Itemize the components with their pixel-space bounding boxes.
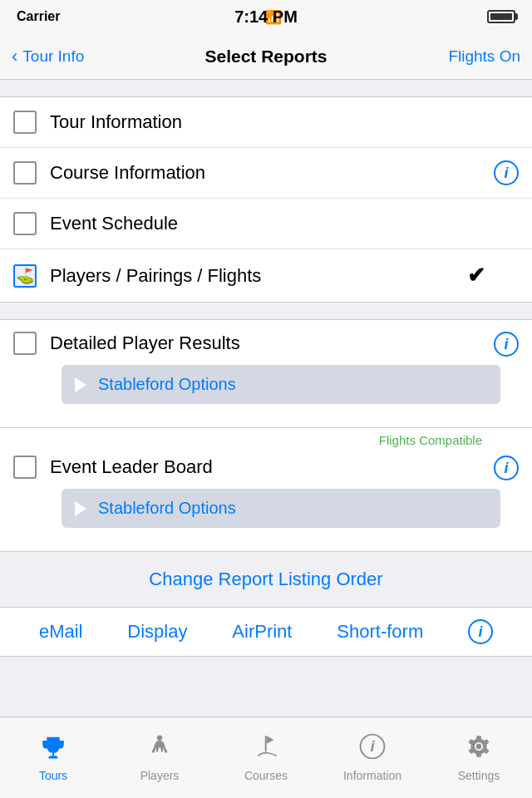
change-order-button[interactable]: Change Report Listing Order — [149, 569, 382, 589]
status-time: 7:14 PM — [234, 7, 298, 27]
airprint-button[interactable]: AirPrint — [232, 621, 292, 643]
svg-point-8 — [476, 744, 481, 749]
tour-information-label: Tour Information — [50, 111, 519, 133]
flights-on-button[interactable]: Flights On — [448, 47, 520, 66]
svg-text:i: i — [370, 737, 375, 755]
svg-marker-3 — [267, 736, 274, 744]
check-mark-icon: ✔ — [467, 263, 485, 288]
leaderboard-stableford-label: Stableford Options — [98, 499, 236, 518]
event-schedule-checkbox[interactable] — [13, 212, 37, 235]
event-schedule-label: Event Schedule — [50, 213, 519, 234]
status-right — [487, 10, 515, 23]
change-order-section: Change Report Listing Order — [0, 552, 532, 607]
settings-gear-icon — [466, 733, 492, 766]
tour-information-checkbox[interactable] — [13, 111, 37, 134]
players-pairings-row[interactable]: ⛳ Players / Pairings / Flights ✔ — [0, 249, 532, 302]
status-bar: Carrier 📶 7:14 PM — [0, 0, 532, 33]
detailed-results-checkbox[interactable] — [13, 332, 37, 355]
reports-section-1: Tour Information Course Information i Ev… — [0, 96, 532, 303]
tab-players[interactable]: Players — [106, 717, 213, 798]
detailed-results-label: Detailed Player Results — [50, 332, 519, 354]
tab-settings[interactable]: Settings — [426, 717, 532, 798]
leaderboard-stableford-button[interactable]: Stableford Options — [62, 489, 500, 528]
battery-icon — [487, 10, 515, 23]
tab-tours-label: Tours — [39, 769, 67, 782]
detailed-stableford-label: Stableford Options — [98, 375, 236, 394]
back-button[interactable]: ‹ Tour Info — [12, 46, 84, 67]
stableford-arrow-icon — [75, 377, 86, 392]
flights-compatible-label: Flights Compatible — [0, 428, 532, 449]
players-icon — [146, 733, 173, 766]
detailed-results-info-button[interactable]: i — [494, 332, 519, 357]
tab-players-label: Players — [140, 769, 180, 782]
event-leaderboard-label: Event Leader Board — [50, 456, 519, 478]
players-pairings-label: Players / Pairings / Flights — [50, 265, 467, 287]
back-chevron-icon: ‹ — [12, 46, 17, 67]
course-information-checkbox[interactable] — [13, 161, 37, 185]
courses-icon — [253, 733, 279, 766]
players-pairings-checkbox[interactable]: ⛳ — [13, 264, 37, 288]
tab-settings-label: Settings — [458, 769, 500, 782]
display-button[interactable]: Display — [127, 621, 187, 643]
trophy-icon — [40, 733, 66, 766]
tab-courses[interactable]: Courses — [213, 717, 319, 798]
leaderboard-info-button[interactable]: i — [494, 456, 519, 480]
shortform-button[interactable]: Short-form — [337, 621, 423, 643]
golf-flag-icon: ⛳ — [16, 267, 34, 285]
event-leaderboard-checkbox[interactable] — [13, 456, 37, 479]
svg-point-1 — [157, 736, 162, 741]
svg-rect-0 — [52, 753, 54, 756]
course-information-label: Course Information — [50, 162, 519, 184]
detailed-results-row[interactable]: Detailed Player Results i — [0, 332, 532, 365]
tab-information-label: Information — [343, 769, 401, 782]
carrier-label: Carrier — [17, 9, 60, 24]
tab-bar: Tours Players Courses — [0, 717, 532, 798]
email-button[interactable]: eMail — [39, 621, 83, 643]
action-bar: eMail Display AirPrint Short-form i — [0, 607, 532, 657]
event-schedule-row[interactable]: Event Schedule — [0, 199, 532, 249]
reports-section-2: Detailed Player Results i Stableford Opt… — [0, 319, 532, 552]
tab-information[interactable]: i Information — [319, 717, 426, 798]
svg-rect-2 — [265, 736, 267, 751]
event-leaderboard-row[interactable]: Event Leader Board i — [0, 449, 532, 489]
page-title: Select Reports — [204, 47, 327, 66]
nav-bar: ‹ Tour Info Select Reports Flights On — [0, 33, 532, 80]
tab-courses-label: Courses — [244, 769, 288, 782]
detailed-stableford-button[interactable]: Stableford Options — [62, 365, 500, 404]
information-icon: i — [359, 733, 386, 766]
section1-info-button[interactable]: i — [494, 160, 519, 185]
course-information-row[interactable]: Course Information i — [0, 148, 532, 199]
action-info-button[interactable]: i — [468, 619, 493, 644]
back-label: Tour Info — [22, 47, 84, 66]
tab-tours[interactable]: Tours — [0, 717, 106, 798]
tour-information-row[interactable]: Tour Information — [0, 97, 532, 148]
leaderboard-stableford-arrow-icon — [75, 501, 86, 516]
